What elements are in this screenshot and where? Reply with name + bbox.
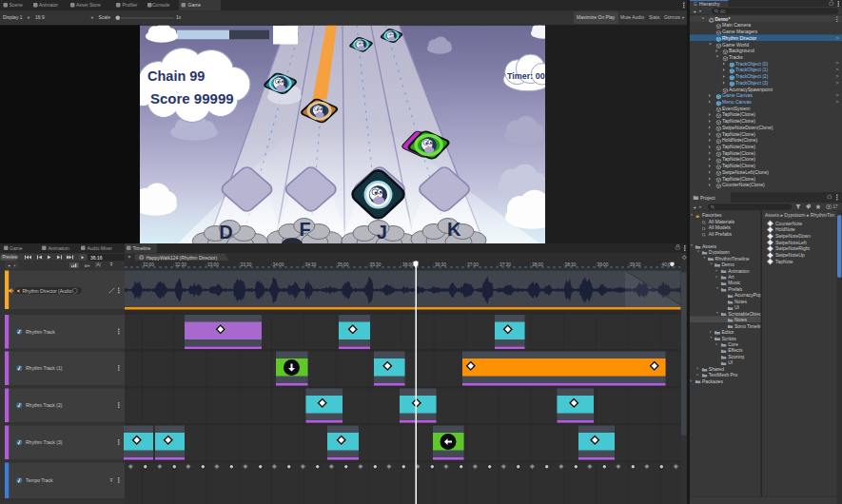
svg-text:K: K bbox=[447, 219, 461, 240]
svg-text:Timer: 00: Timer: 00 bbox=[507, 71, 545, 81]
svg-text:D: D bbox=[219, 222, 232, 242]
svg-text:F: F bbox=[300, 219, 311, 240]
svg-text:Score 99999: Score 99999 bbox=[150, 90, 234, 107]
svg-text:Chain 99: Chain 99 bbox=[147, 68, 205, 84]
svg-text:J: J bbox=[377, 222, 387, 242]
